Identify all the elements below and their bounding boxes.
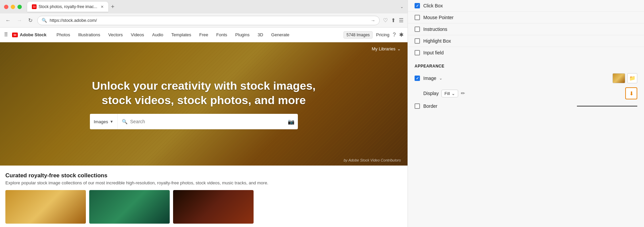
image-thumbnail[interactable] — [612, 73, 625, 83]
search-type-label: Images — [94, 119, 108, 124]
mouse-pointer-label: Mouse Pointer — [423, 15, 453, 20]
my-libraries-chevron-icon: ⌄ — [397, 46, 401, 51]
mouse-pointer-checkbox[interactable] — [415, 15, 420, 20]
settings-icon[interactable]: ✱ — [399, 32, 404, 38]
tab-close-icon[interactable]: ✕ — [101, 5, 104, 9]
menu-icon[interactable]: ☰ — [399, 17, 404, 24]
collection-item-pasta[interactable] — [5, 190, 86, 224]
checkbox-row-input-field: Input field — [408, 47, 644, 58]
tab-favicon: St — [32, 4, 37, 9]
window-chevron-icon[interactable]: ⌄ — [400, 4, 404, 9]
border-preview-line — [577, 106, 637, 106]
forward-button[interactable]: → — [15, 16, 23, 25]
collections-grid — [5, 190, 402, 224]
download-button[interactable]: ⬇ — [625, 87, 637, 99]
display-label: Display — [423, 91, 439, 96]
checkbox-row-instructions: Instructions — [408, 24, 644, 35]
nav-generate[interactable]: Generate — [267, 28, 293, 42]
app-logo: St Adobe Stock — [12, 32, 46, 37]
hero-content: Unlock your creativity with stock images… — [83, 72, 325, 136]
nav-3d[interactable]: 3D — [254, 28, 267, 42]
download-icon: ⬇ — [629, 90, 634, 97]
nav-illustrations[interactable]: Illustrations — [74, 28, 104, 42]
app-nav: ⠿ St Adobe Stock Photos Illustrations Ve… — [0, 28, 408, 42]
input-field-checkbox[interactable] — [415, 50, 420, 55]
images-badge: 5748 Images — [343, 31, 373, 39]
border-row: Border — [415, 103, 637, 109]
search-input[interactable] — [130, 119, 283, 124]
collection-item-dark[interactable] — [173, 190, 254, 224]
search-type-dropdown[interactable]: Images ▼ — [90, 114, 118, 129]
collections-section: Curated royalty-free stock collections E… — [0, 166, 408, 227]
nav-fonts[interactable]: Fonts — [212, 28, 231, 42]
collection-item-person[interactable] — [89, 190, 170, 224]
image-folder-icon[interactable]: 📁 — [627, 73, 637, 83]
nav-plugins[interactable]: Plugins — [231, 28, 254, 42]
search-magnifier-icon: 🔍 — [122, 119, 127, 124]
instructions-label: Instructions — [423, 27, 447, 32]
appearance-section: APPEARANCE Image ⌄ 📁 Display Fill ⌄ ✏ — [408, 58, 644, 114]
hero-search-bar: Images ▼ 🔍 📷 — [90, 114, 298, 129]
highlight-box-label: Highlight Box — [423, 38, 451, 44]
address-bar: ← → ↻ 🔍 → ♡ ⬆ ☰ — [0, 13, 408, 28]
click-box-label: Click Box — [423, 3, 443, 8]
collections-title: Curated royalty-free stock collections — [5, 172, 402, 179]
nav-audio[interactable]: Audio — [148, 28, 167, 42]
checkbox-row-mouse-pointer: Mouse Pointer — [408, 12, 644, 24]
appearance-title: APPEARANCE — [415, 64, 637, 69]
display-value: Fill — [444, 91, 450, 96]
collections-subtitle: Explore popular stock image collections … — [5, 180, 402, 185]
my-libraries-button[interactable]: My Libraries ⌄ — [372, 46, 401, 51]
edit-pencil-icon[interactable]: ✏ — [461, 90, 465, 96]
highlight-box-checkbox[interactable] — [415, 38, 420, 44]
back-button[interactable]: ← — [4, 16, 12, 25]
search-input-wrap: 🔍 — [118, 119, 287, 124]
browser-toolbar-icons: ♡ ⬆ ☰ — [383, 17, 404, 24]
camera-search-icon[interactable]: 📷 — [288, 119, 298, 125]
display-dropdown[interactable]: Fill ⌄ — [441, 90, 458, 97]
close-button[interactable] — [4, 5, 8, 9]
display-dropdown-arrow-icon: ⌄ — [451, 91, 455, 96]
click-box-checkbox[interactable] — [415, 3, 420, 8]
checkbox-row-click-box: Click Box — [408, 0, 644, 12]
nav-vectors[interactable]: Vectors — [104, 28, 127, 42]
browser-tab[interactable]: St Stock photos, royalty-free imac... ✕ — [27, 2, 108, 12]
checkbox-list: Click Box Mouse Pointer Instructions Hig… — [408, 0, 644, 58]
maximize-button[interactable] — [17, 5, 22, 9]
instructions-checkbox[interactable] — [415, 27, 420, 32]
my-libraries-label: My Libraries — [372, 46, 395, 51]
dropdown-arrow-icon: ▼ — [110, 120, 113, 124]
nav-templates[interactable]: Templates — [167, 28, 195, 42]
checkbox-row-highlight-box: Highlight Box — [408, 35, 644, 47]
new-tab-button[interactable]: + — [110, 3, 116, 10]
share-icon[interactable]: ⬆ — [391, 17, 395, 24]
right-panel: Click Box Mouse Pointer Instructions Hig… — [408, 0, 644, 227]
logo-badge: St — [12, 33, 18, 37]
search-icon: 🔍 — [42, 18, 47, 23]
browser-window: St Stock photos, royalty-free imac... ✕ … — [0, 0, 408, 227]
pricing-link[interactable]: Pricing — [376, 32, 389, 37]
image-thumbnails: 📁 — [612, 73, 637, 83]
nav-links: Photos Illustrations Vectors Videos Audi… — [52, 28, 343, 42]
nav-videos[interactable]: Videos — [127, 28, 148, 42]
image-appearance-row: Image ⌄ 📁 — [415, 73, 637, 83]
tab-title: Stock photos, royalty-free imac... — [39, 4, 97, 9]
border-checkbox[interactable] — [415, 103, 420, 109]
bookmark-icon[interactable]: ♡ — [383, 17, 388, 24]
help-icon[interactable]: ? — [393, 32, 396, 38]
url-arrow-icon: → — [371, 18, 375, 23]
nav-right: 5748 Images Pricing ? ✱ — [343, 31, 404, 39]
app-grid-icon[interactable]: ⠿ — [4, 32, 8, 38]
url-bar: 🔍 → — [37, 16, 380, 25]
nav-free[interactable]: Free — [195, 28, 212, 42]
hero-section: My Libraries ⌄ Unlock your creativity wi… — [0, 42, 408, 166]
image-label-row: Image ⌄ — [423, 76, 609, 81]
nav-photos[interactable]: Photos — [52, 28, 74, 42]
border-label: Border — [423, 103, 437, 109]
url-input[interactable] — [50, 18, 368, 23]
traffic-lights — [4, 5, 22, 9]
image-checkbox[interactable] — [415, 76, 420, 81]
minimize-button[interactable] — [11, 5, 15, 9]
image-dropdown-arrow-icon[interactable]: ⌄ — [439, 76, 442, 81]
refresh-button[interactable]: ↻ — [27, 16, 34, 25]
